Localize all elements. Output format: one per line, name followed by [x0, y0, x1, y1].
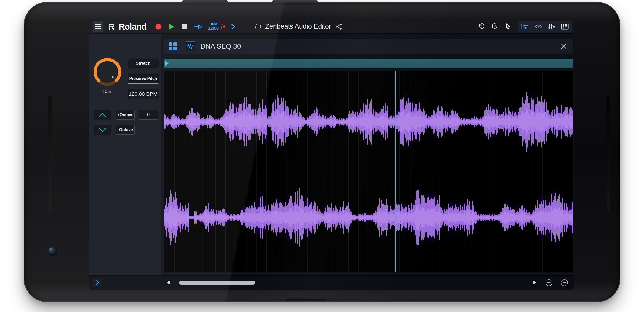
timeline-ruler[interactable] [164, 58, 573, 68]
page-title: Zenbeats Audio Editor [265, 22, 331, 30]
view-tool-group [518, 21, 572, 32]
view-grid-button[interactable] [168, 42, 178, 51]
octave-down-button[interactable]: -Octave [116, 125, 135, 135]
roland-wordmark: Roland [118, 22, 146, 32]
transpose-up-button[interactable] [94, 110, 111, 120]
stage: R Roland [0, 0, 644, 312]
preserve-pitch-button[interactable]: Preserve Pitch [128, 74, 159, 84]
left-speaker-grille [48, 96, 52, 213]
close-icon [561, 43, 567, 50]
eye-icon [535, 24, 542, 30]
undo-icon [478, 23, 485, 30]
file-menu-button[interactable] [253, 23, 261, 30]
front-camera [48, 246, 57, 256]
waveform-display [164, 72, 573, 272]
share-button[interactable] [336, 23, 342, 30]
transpose-down-button[interactable] [94, 124, 111, 135]
gain-knob[interactable] [91, 55, 124, 88]
octave-up-button[interactable]: +Octave [116, 110, 135, 120]
right-speaker-grille [606, 96, 610, 213]
scroll-left-button[interactable] [166, 280, 171, 285]
undo-button[interactable] [478, 23, 485, 30]
share-icon [336, 23, 342, 30]
waveform-tab[interactable] [186, 42, 196, 51]
chevron-up-icon [99, 112, 106, 117]
metronome-button[interactable] [220, 24, 226, 30]
count-in-button[interactable] [194, 24, 203, 30]
app-screen: R Roland [89, 19, 574, 290]
metronome-icon [220, 24, 226, 30]
zoom-out-button[interactable] [561, 279, 568, 286]
clip-title: DNA SEQ 30 [200, 42, 241, 50]
bottom-port [287, 299, 327, 301]
editor-header: DNA SEQ 30 [164, 39, 573, 54]
record-icon [155, 23, 162, 30]
stretch-button[interactable]: Stretch [128, 58, 159, 68]
phone-frame: R Roland [24, 2, 620, 302]
plus-circle-icon [545, 279, 553, 286]
count-in-icon [194, 24, 203, 30]
chevron-down-icon [99, 128, 106, 132]
redo-button[interactable] [491, 23, 499, 30]
roland-logo-mark: R [108, 22, 117, 31]
mixer-button[interactable] [548, 23, 555, 30]
roland-logo: R Roland [108, 22, 146, 32]
record-button[interactable] [155, 23, 162, 30]
panel-expand-button[interactable] [92, 278, 102, 287]
tempo-value: 120.0 [208, 26, 219, 30]
loop-start-marker[interactable] [165, 60, 169, 66]
menu-button[interactable] [93, 21, 103, 32]
tempo-label: BPM [209, 22, 217, 26]
tempo-display[interactable]: BPM 120.0 [208, 22, 219, 30]
top-toolbar: R Roland [89, 19, 574, 34]
playhead[interactable] [395, 72, 396, 272]
gain-label: Gain [91, 89, 124, 94]
stop-icon [182, 24, 187, 29]
main-content: Gain Stretch Preserve Pitch 120.00 BPM +… [89, 34, 574, 275]
chevron-right-icon [230, 23, 236, 30]
panel-chevron-right-icon [95, 280, 100, 286]
scroll-right-button[interactable] [532, 280, 537, 285]
close-editor-button[interactable] [561, 43, 567, 50]
play-icon [168, 23, 175, 30]
piano-keys-icon [561, 24, 568, 30]
hamburger-icon [95, 24, 101, 29]
folder-open-icon [253, 23, 261, 30]
pointer-tool-button[interactable] [504, 23, 511, 30]
triangle-left-icon [166, 280, 171, 285]
stop-button[interactable] [182, 24, 187, 29]
waveform-canvas[interactable] [164, 72, 573, 272]
horizontal-scrollbar[interactable] [175, 281, 529, 285]
follow-playhead-button[interactable] [521, 23, 529, 30]
side-button [24, 142, 27, 160]
visibility-button[interactable] [535, 24, 542, 30]
grid-icon [168, 42, 178, 51]
clip-parameter-panel: Gain Stretch Preserve Pitch 120.00 BPM +… [89, 34, 161, 275]
mixer-sliders-icon [548, 23, 555, 30]
triangle-right-icon [532, 280, 537, 285]
knob-indicator-dot [112, 76, 114, 78]
clip-tempo-field[interactable]: 120.00 BPM [128, 88, 159, 99]
transpose-value-field[interactable]: 0 [139, 110, 158, 120]
play-button[interactable] [168, 23, 175, 30]
redo-icon [491, 23, 499, 30]
minus-circle-icon [561, 279, 568, 286]
piano-roll-button[interactable] [561, 24, 568, 30]
transport-expand-button[interactable] [230, 23, 236, 30]
scrollbar-thumb[interactable] [179, 281, 255, 285]
audio-editor: DNA SEQ 30 [161, 34, 574, 275]
pointer-icon [504, 23, 511, 30]
waveform-icon [186, 42, 195, 50]
follow-playhead-icon [521, 23, 529, 30]
bottom-toolbar [89, 275, 574, 290]
zoom-in-button[interactable] [545, 279, 553, 286]
